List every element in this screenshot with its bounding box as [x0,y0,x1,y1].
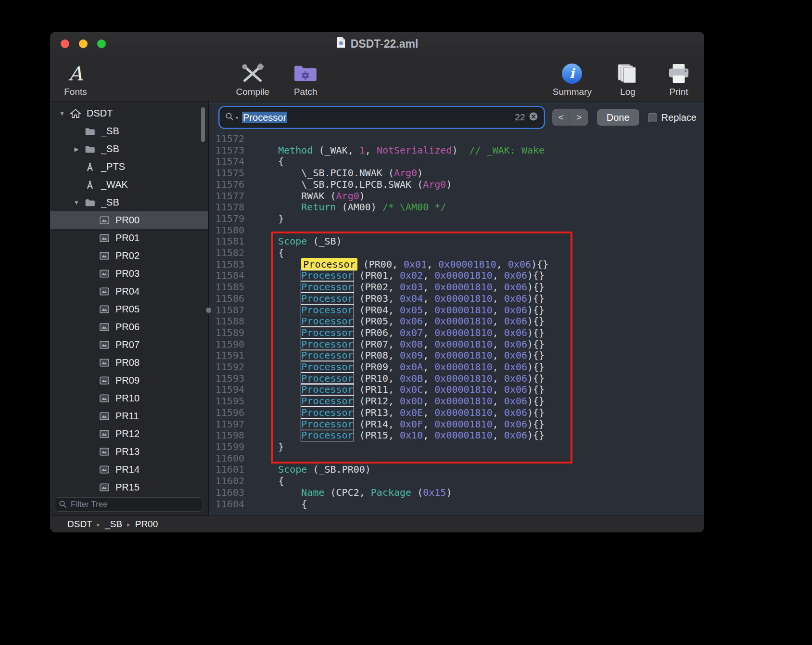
summary-button[interactable]: i Summary [553,62,592,97]
filter-box [50,493,208,516]
code-line: 11600 [209,453,704,464]
node-icon [98,216,111,224]
tree-item-dsdt[interactable]: ▼DSDT [50,104,208,122]
zoom-button[interactable] [97,39,106,48]
tree-item-sb-sb[interactable]: ▼_SB [50,194,208,211]
tree-item-pr13[interactable]: PR13 [50,443,208,461]
sidebar-scrollbar[interactable] [201,107,205,142]
tree-item-pr14[interactable]: PR14 [50,461,208,478]
code-token [255,395,301,407]
breadcrumb-item-pr00[interactable]: PR00 [135,519,158,529]
code-token: , [423,429,434,441]
app-window: DSDT-22.aml A Fonts Compile Patch [50,32,704,532]
code-token: } [255,441,284,452]
tree-item-pr12[interactable]: PR12 [50,425,208,443]
find-next-button[interactable]: > [570,109,588,126]
tree-item-pr03[interactable]: PR03 [50,265,208,283]
code-line: 11580 [209,225,704,236]
patch-button[interactable]: Patch [291,62,320,97]
breadcrumb-item-dsdt[interactable]: DSDT [67,519,92,529]
code-line: 11591 Processor (PR08, 0x09, 0x00001810,… [209,350,704,361]
code-token: , [493,327,504,338]
titlebar[interactable]: DSDT-22.aml [50,32,704,56]
code-token: , [423,315,434,327]
tree-item-pr15[interactable]: PR15 [50,478,208,493]
tree-item-pr05[interactable]: PR05 [50,300,208,318]
code-token: Arg0 [423,179,446,190]
tree-item-label: PR05 [115,304,140,315]
code-token: ){} [527,304,545,316]
code-line: 11592 Processor (PR09, 0x0A, 0x00001810,… [209,361,704,373]
find-match: Processor [301,373,353,384]
code-area[interactable]: 1157211573 Method (_WAK, 1, NotSerialize… [209,133,704,516]
code-token: (PR08, [354,349,400,361]
code-token: , [493,315,504,327]
tree-item-sb-wak[interactable]: _WAK [50,176,208,194]
disclosure-down-icon[interactable]: ▼ [55,110,69,117]
node-icon [98,465,111,474]
line-content: { [251,499,307,510]
filter-tree-input[interactable] [55,497,203,512]
print-button[interactable]: Print [664,62,694,97]
done-button[interactable]: Done [597,109,639,126]
tree-item-pr08[interactable]: PR08 [50,354,208,372]
tree-item-label: _SB [101,126,119,137]
minimize-button[interactable] [79,39,88,48]
patch-label: Patch [294,87,317,97]
code-token: 0x09 [400,349,423,361]
find-previous-button[interactable]: < [552,109,570,126]
line-number: 11594 [209,384,251,396]
line-content: Processor (PR09, 0x0A, 0x00001810, 0x06)… [251,361,545,373]
code-token: 0x06 [504,349,527,361]
log-button[interactable]: Log [613,62,643,97]
tree-item-pr09[interactable]: PR09 [50,372,208,389]
node-icon [98,287,111,296]
code-token: , [427,258,438,270]
code-token: , [423,270,434,281]
clear-search-icon[interactable] [529,112,538,123]
search-options-chevron-icon[interactable]: ▾ [236,115,238,120]
line-content [251,453,255,464]
tree-item-pr07[interactable]: PR07 [50,336,208,354]
code-token: , [423,304,434,316]
code-token: (PR05, [354,315,400,327]
tree-item-pr11[interactable]: PR11 [50,407,208,425]
code-token: ){} [527,418,545,430]
replace-toggle[interactable]: Replace [648,112,697,123]
tree-item-pr02[interactable]: PR02 [50,247,208,265]
tree-item-sb-pts[interactable]: _PTS [50,158,208,176]
node-icon [98,323,111,331]
tree-item-label: PR11 [115,411,139,422]
tree-item-pr10[interactable]: PR10 [50,389,208,407]
compile-button[interactable]: Compile [236,62,270,97]
code-token: 0x00001810 [434,349,492,361]
find-input[interactable]: ▾ Processor 22 [220,108,543,127]
tree-item-sb-sb[interactable]: ▶_SB [50,140,208,158]
breadcrumb-item-sb[interactable]: _SB [105,519,122,529]
tree-item-pr06[interactable]: PR06 [50,318,208,336]
code-token: (PR13, [354,407,400,418]
close-button[interactable] [61,39,69,48]
code-token: (_WAK, [313,144,359,156]
line-content: Processor (PR07, 0x08, 0x00001810, 0x06)… [251,339,545,350]
patch-icon [292,62,318,86]
line-content: Processor (PR06, 0x07, 0x00001810, 0x06)… [251,327,545,339]
replace-checkbox[interactable] [648,113,657,122]
split-handle[interactable] [206,308,211,313]
folder-icon [84,198,96,207]
code-token: 0x06 [504,327,527,338]
code-line: 11576 \_SB.PCI0.LPCB.SWAK (Arg0) [209,179,704,191]
disclosure-down-icon[interactable]: ▼ [69,199,84,206]
line-content: Processor (PR11, 0x0C, 0x00001810, 0x06)… [251,384,545,396]
line-number: 11597 [209,419,251,430]
fonts-button[interactable]: A Fonts [61,62,90,97]
code-token: ){} [527,407,545,418]
code-token: 0x00001810 [434,281,492,293]
tree-item-pr04[interactable]: PR04 [50,283,208,300]
line-number: 11578 [209,202,251,213]
disclosure-right-icon[interactable]: ▶ [69,146,84,153]
tree-item-pr01[interactable]: PR01 [50,229,208,247]
tree-item-pr00[interactable]: PR00 [50,211,208,229]
tree-item-sb-sb[interactable]: _SB [50,122,208,140]
line-content: \_SB.PCI0.NWAK (Arg0) [251,168,423,179]
